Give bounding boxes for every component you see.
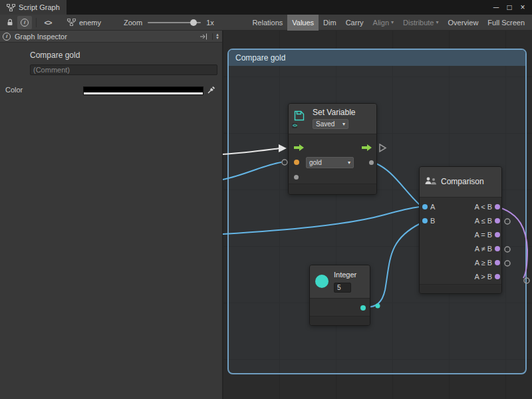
close-button[interactable]: × (516, 3, 529, 12)
panel-scroll-spinner[interactable]: ▲ ▼ (212, 33, 219, 40)
chevron-down-icon: ▾ (391, 20, 394, 25)
script-graph-icon (7, 4, 15, 11)
zoom-slider-thumb[interactable] (190, 19, 197, 26)
variable-name-dropdown[interactable]: gold ▾ (306, 157, 354, 168)
comparison-icon (424, 176, 438, 188)
graph-title: Compare gold (30, 51, 222, 60)
zoom-control: Zoom 1x (124, 19, 214, 27)
variable-kind-dropdown[interactable]: Saved ▾ (313, 119, 348, 129)
node-title: Set Variable (313, 108, 355, 117)
comparison-header[interactable]: Comparison (420, 167, 501, 198)
output-port-a-gte-b[interactable] (495, 260, 500, 265)
inspector-header: i Graph Inspector ▲ ▼ (0, 31, 222, 43)
tab-script-graph[interactable]: Script Graph (0, 0, 66, 15)
inspector-title: Graph Inspector (15, 33, 67, 41)
integer-value-field[interactable]: 5 (334, 283, 351, 293)
output-label: A ≤ B (475, 217, 492, 225)
input-label-b: B (430, 217, 435, 225)
graph-canvas[interactable]: Compare gold (223, 31, 532, 399)
output-port-a-eq-b[interactable] (495, 232, 500, 237)
input-port-a[interactable] (422, 204, 428, 209)
graph-toolbar: i <> enemy Zoom 1x Relations Values Dim (0, 15, 532, 31)
integer-output-port[interactable] (360, 305, 366, 311)
tab-title: Script Graph (19, 3, 60, 11)
graph-asset-icon (67, 19, 76, 26)
color-swatch[interactable] (83, 86, 203, 95)
integer-icon (315, 275, 329, 288)
info-icon: i (3, 33, 11, 41)
input-port-b[interactable] (422, 218, 428, 223)
flow-in-arrow-icon[interactable] (294, 144, 305, 152)
toolbar-buttons: Relations Values Dim Carry Align ▾ Distr… (247, 15, 529, 31)
edit-source-button[interactable]: <> (41, 16, 55, 29)
save-variable-icon: <> (293, 110, 308, 127)
carry-button[interactable]: Carry (341, 15, 368, 31)
inspector-toggle-button[interactable]: i (17, 16, 32, 29)
integer-node[interactable]: Integer 5 (309, 265, 370, 326)
chevron-down-icon: ▾ (342, 122, 345, 127)
set-variable-header[interactable]: <> Set Variable Saved ▾ (289, 104, 376, 134)
values-button[interactable]: Values (287, 15, 319, 31)
minimize-button[interactable]: ─ (489, 3, 503, 12)
eyedropper-icon[interactable] (207, 86, 215, 96)
node-footer (420, 284, 501, 293)
tab-bar: Script Graph ─ □ × (0, 0, 532, 15)
output-port-a-gt-b[interactable] (495, 274, 500, 279)
output-label: A ≠ B (475, 245, 492, 253)
code-icon: <> (45, 19, 52, 27)
output-port-a-lt-b[interactable] (495, 204, 500, 209)
code-icon: <> (292, 123, 297, 128)
group-title: Compare gold (235, 53, 285, 63)
input-label-a: A (430, 203, 435, 211)
graph-reference[interactable]: enemy (67, 19, 101, 27)
output-label: A < B (474, 203, 492, 211)
distribute-dropdown-button[interactable]: Distribute ▾ (398, 15, 443, 31)
value-input-port[interactable] (294, 160, 299, 165)
node-title: Comparison (441, 177, 484, 186)
node-footer (310, 316, 370, 325)
color-field-row: Color (0, 86, 222, 95)
maximize-button[interactable]: □ (503, 3, 516, 12)
color-label: Color (5, 86, 23, 94)
graph-inspector-panel: i Graph Inspector ▲ ▼ Compare gold Color (0, 31, 223, 399)
fallback-input-port[interactable] (294, 175, 299, 180)
node-title: Integer (334, 271, 356, 279)
output-label: A = B (474, 231, 492, 239)
chevron-down-icon: ▾ (436, 20, 439, 25)
set-variable-node[interactable]: <> Set Variable Saved ▾ gold ▾ (288, 103, 377, 195)
chevron-down-icon: ▾ (348, 160, 350, 166)
align-dropdown-button[interactable]: Align ▾ (368, 15, 398, 31)
output-port-a-lte-b[interactable] (495, 218, 500, 223)
toolbar-separator (36, 18, 37, 27)
output-port-a-neq-b[interactable] (495, 246, 500, 251)
dim-button[interactable]: Dim (319, 15, 341, 31)
graph-name-label: enemy (79, 19, 101, 27)
group-header[interactable]: Compare gold (229, 50, 525, 66)
comment-input[interactable] (30, 65, 217, 75)
comparison-node[interactable]: Comparison A A < B B A ≤ B A = B A ≠ B (419, 166, 502, 294)
overview-button[interactable]: Overview (444, 15, 483, 31)
dock-panel-icon[interactable] (200, 33, 208, 40)
zoom-value: 1x (206, 19, 214, 27)
value-output-port[interactable] (369, 160, 374, 165)
flow-out-arrow-icon[interactable] (362, 144, 372, 152)
window-controls: ─ □ × (489, 0, 532, 15)
zoom-slider[interactable] (148, 22, 201, 23)
output-label: A ≥ B (475, 259, 492, 267)
node-footer (289, 184, 376, 194)
relations-button[interactable]: Relations (247, 15, 287, 31)
output-label: A > B (474, 273, 492, 281)
zoom-label: Zoom (124, 19, 142, 27)
full-screen-button[interactable]: Full Screen (483, 15, 529, 31)
spin-down-icon: ▼ (215, 37, 219, 40)
lock-button[interactable] (3, 16, 17, 29)
info-icon: i (21, 19, 29, 27)
lock-icon (6, 19, 14, 27)
alpha-bar (84, 92, 203, 94)
integer-header[interactable]: Integer 5 (310, 265, 370, 299)
script-graph-window: Script Graph ─ □ × i <> (0, 0, 532, 399)
